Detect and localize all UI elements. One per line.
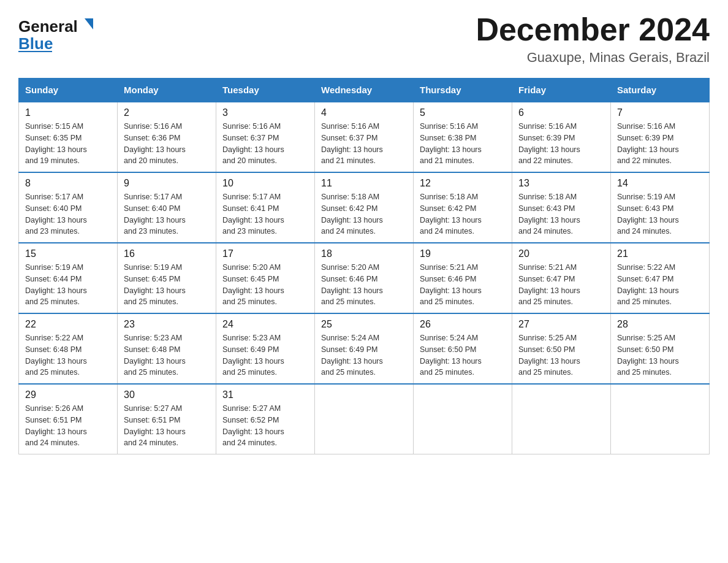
calendar-day-cell: 13Sunrise: 5:18 AMSunset: 6:43 PMDayligh… xyxy=(512,172,611,243)
day-number: 25 xyxy=(321,319,407,330)
day-info: Sunrise: 5:15 AMSunset: 6:35 PMDaylight:… xyxy=(25,121,111,167)
day-number: 20 xyxy=(518,248,604,259)
calendar-day-cell: 29Sunrise: 5:26 AMSunset: 6:51 PMDayligh… xyxy=(19,384,118,454)
calendar-day-cell: 30Sunrise: 5:27 AMSunset: 6:51 PMDayligh… xyxy=(118,384,216,454)
day-number: 26 xyxy=(420,319,506,330)
day-number: 15 xyxy=(25,248,111,259)
day-info: Sunrise: 5:21 AMSunset: 6:46 PMDaylight:… xyxy=(420,262,506,308)
calendar-day-cell: 8Sunrise: 5:17 AMSunset: 6:40 PMDaylight… xyxy=(19,172,118,243)
day-info: Sunrise: 5:16 AMSunset: 6:39 PMDaylight:… xyxy=(518,121,604,167)
calendar-day-cell: 16Sunrise: 5:19 AMSunset: 6:45 PMDayligh… xyxy=(118,243,216,313)
logo: General Blue xyxy=(18,12,98,55)
day-info: Sunrise: 5:22 AMSunset: 6:47 PMDaylight:… xyxy=(617,262,703,308)
day-number: 14 xyxy=(617,178,703,189)
calendar-day-cell: 21Sunrise: 5:22 AMSunset: 6:47 PMDayligh… xyxy=(611,243,710,313)
day-info: Sunrise: 5:16 AMSunset: 6:38 PMDaylight:… xyxy=(420,121,506,167)
calendar-day-cell xyxy=(414,384,512,454)
day-info: Sunrise: 5:17 AMSunset: 6:40 PMDaylight:… xyxy=(124,191,210,237)
day-info: Sunrise: 5:16 AMSunset: 6:36 PMDaylight:… xyxy=(124,121,210,167)
calendar-day-cell: 28Sunrise: 5:25 AMSunset: 6:50 PMDayligh… xyxy=(611,313,710,384)
day-number: 30 xyxy=(124,389,210,400)
month-title: December 2024 xyxy=(476,12,710,47)
day-number: 31 xyxy=(222,389,308,400)
calendar-day-cell: 12Sunrise: 5:18 AMSunset: 6:42 PMDayligh… xyxy=(414,172,512,243)
calendar-week-row: 1Sunrise: 5:15 AMSunset: 6:35 PMDaylight… xyxy=(19,102,710,172)
svg-text:Blue: Blue xyxy=(18,34,53,53)
day-info: Sunrise: 5:24 AMSunset: 6:49 PMDaylight:… xyxy=(321,332,407,378)
calendar-day-cell: 6Sunrise: 5:16 AMSunset: 6:39 PMDaylight… xyxy=(512,102,611,172)
calendar-day-cell: 5Sunrise: 5:16 AMSunset: 6:38 PMDaylight… xyxy=(414,102,512,172)
calendar-day-cell: 10Sunrise: 5:17 AMSunset: 6:41 PMDayligh… xyxy=(216,172,315,243)
calendar-day-cell: 18Sunrise: 5:20 AMSunset: 6:46 PMDayligh… xyxy=(315,243,414,313)
calendar-day-cell xyxy=(611,384,710,454)
calendar-day-cell: 7Sunrise: 5:16 AMSunset: 6:39 PMDaylight… xyxy=(611,102,710,172)
svg-text:General: General xyxy=(18,17,78,36)
weekday-header-wednesday: Wednesday xyxy=(315,79,414,102)
calendar-day-cell: 22Sunrise: 5:22 AMSunset: 6:48 PMDayligh… xyxy=(19,313,118,384)
calendar-day-cell: 2Sunrise: 5:16 AMSunset: 6:36 PMDaylight… xyxy=(118,102,216,172)
day-number: 4 xyxy=(321,107,407,118)
day-info: Sunrise: 5:20 AMSunset: 6:45 PMDaylight:… xyxy=(222,262,308,308)
weekday-header-row: SundayMondayTuesdayWednesdayThursdayFrid… xyxy=(19,79,710,102)
calendar-day-cell: 11Sunrise: 5:18 AMSunset: 6:42 PMDayligh… xyxy=(315,172,414,243)
day-number: 6 xyxy=(518,107,604,118)
day-info: Sunrise: 5:19 AMSunset: 6:43 PMDaylight:… xyxy=(617,191,703,237)
day-number: 21 xyxy=(617,248,703,259)
calendar-week-row: 8Sunrise: 5:17 AMSunset: 6:40 PMDaylight… xyxy=(19,172,710,243)
day-info: Sunrise: 5:16 AMSunset: 6:37 PMDaylight:… xyxy=(321,121,407,167)
calendar-day-cell: 31Sunrise: 5:27 AMSunset: 6:52 PMDayligh… xyxy=(216,384,315,454)
day-info: Sunrise: 5:16 AMSunset: 6:37 PMDaylight:… xyxy=(222,121,308,167)
calendar-day-cell: 15Sunrise: 5:19 AMSunset: 6:44 PMDayligh… xyxy=(19,243,118,313)
day-info: Sunrise: 5:17 AMSunset: 6:41 PMDaylight:… xyxy=(222,191,308,237)
day-number: 1 xyxy=(25,107,111,118)
day-number: 16 xyxy=(124,248,210,259)
calendar-day-cell: 9Sunrise: 5:17 AMSunset: 6:40 PMDaylight… xyxy=(118,172,216,243)
calendar-week-row: 29Sunrise: 5:26 AMSunset: 6:51 PMDayligh… xyxy=(19,384,710,454)
calendar-day-cell: 4Sunrise: 5:16 AMSunset: 6:37 PMDaylight… xyxy=(315,102,414,172)
day-number: 29 xyxy=(25,389,111,400)
day-number: 12 xyxy=(420,178,506,189)
day-number: 5 xyxy=(420,107,506,118)
day-number: 17 xyxy=(222,248,308,259)
calendar-day-cell: 25Sunrise: 5:24 AMSunset: 6:49 PMDayligh… xyxy=(315,313,414,384)
day-info: Sunrise: 5:21 AMSunset: 6:47 PMDaylight:… xyxy=(518,262,604,308)
day-info: Sunrise: 5:16 AMSunset: 6:39 PMDaylight:… xyxy=(617,121,703,167)
calendar-day-cell: 20Sunrise: 5:21 AMSunset: 6:47 PMDayligh… xyxy=(512,243,611,313)
day-info: Sunrise: 5:18 AMSunset: 6:42 PMDaylight:… xyxy=(321,191,407,237)
calendar-day-cell: 3Sunrise: 5:16 AMSunset: 6:37 PMDaylight… xyxy=(216,102,315,172)
calendar-day-cell: 23Sunrise: 5:23 AMSunset: 6:48 PMDayligh… xyxy=(118,313,216,384)
weekday-header-saturday: Saturday xyxy=(611,79,710,102)
day-info: Sunrise: 5:22 AMSunset: 6:48 PMDaylight:… xyxy=(25,332,111,378)
day-info: Sunrise: 5:20 AMSunset: 6:46 PMDaylight:… xyxy=(321,262,407,308)
weekday-header-friday: Friday xyxy=(512,79,611,102)
weekday-header-tuesday: Tuesday xyxy=(216,79,315,102)
calendar-day-cell xyxy=(315,384,414,454)
day-info: Sunrise: 5:18 AMSunset: 6:43 PMDaylight:… xyxy=(518,191,604,237)
day-number: 10 xyxy=(222,178,308,189)
location-subtitle: Guaxupe, Minas Gerais, Brazil xyxy=(476,50,710,66)
day-number: 2 xyxy=(124,107,210,118)
calendar-week-row: 22Sunrise: 5:22 AMSunset: 6:48 PMDayligh… xyxy=(19,313,710,384)
day-number: 11 xyxy=(321,178,407,189)
day-info: Sunrise: 5:24 AMSunset: 6:50 PMDaylight:… xyxy=(420,332,506,378)
day-number: 23 xyxy=(124,319,210,330)
day-number: 9 xyxy=(124,178,210,189)
page-header: General Blue December 2024 Guaxupe, Mina… xyxy=(18,12,710,66)
calendar-day-cell: 17Sunrise: 5:20 AMSunset: 6:45 PMDayligh… xyxy=(216,243,315,313)
svg-marker-1 xyxy=(85,18,93,29)
calendar-day-cell: 1Sunrise: 5:15 AMSunset: 6:35 PMDaylight… xyxy=(19,102,118,172)
day-info: Sunrise: 5:25 AMSunset: 6:50 PMDaylight:… xyxy=(518,332,604,378)
day-info: Sunrise: 5:27 AMSunset: 6:51 PMDaylight:… xyxy=(124,403,210,449)
day-number: 13 xyxy=(518,178,604,189)
day-number: 19 xyxy=(420,248,506,259)
day-info: Sunrise: 5:26 AMSunset: 6:51 PMDaylight:… xyxy=(25,403,111,449)
day-number: 8 xyxy=(25,178,111,189)
calendar-table: SundayMondayTuesdayWednesdayThursdayFrid… xyxy=(18,78,710,454)
calendar-day-cell: 26Sunrise: 5:24 AMSunset: 6:50 PMDayligh… xyxy=(414,313,512,384)
day-number: 24 xyxy=(222,319,308,330)
day-info: Sunrise: 5:25 AMSunset: 6:50 PMDaylight:… xyxy=(617,332,703,378)
day-info: Sunrise: 5:23 AMSunset: 6:49 PMDaylight:… xyxy=(222,332,308,378)
day-number: 22 xyxy=(25,319,111,330)
day-info: Sunrise: 5:17 AMSunset: 6:40 PMDaylight:… xyxy=(25,191,111,237)
day-number: 18 xyxy=(321,248,407,259)
